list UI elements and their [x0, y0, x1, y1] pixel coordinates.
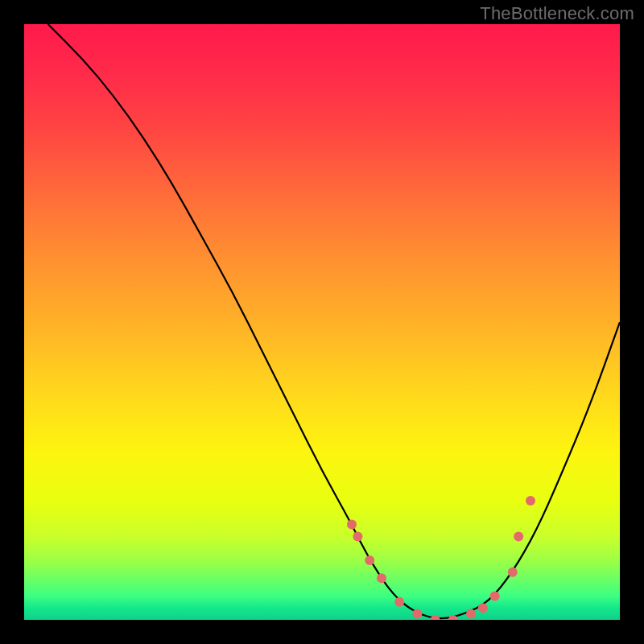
marker-point [377, 573, 386, 583]
marker-point [526, 496, 535, 506]
marker-point [466, 609, 476, 619]
marker-point [412, 609, 422, 619]
watermark-text: TheBottleneck.com [480, 3, 634, 24]
marker-point [353, 531, 362, 541]
marker-point [490, 591, 500, 601]
marker-point [431, 615, 440, 620]
highlight-markers [347, 496, 535, 620]
marker-point [394, 597, 404, 607]
chart-svg [24, 24, 620, 620]
chart-container: TheBottleneck.com [0, 0, 644, 644]
plot-area [24, 24, 620, 620]
marker-point [514, 531, 523, 541]
marker-point [478, 603, 488, 613]
marker-point [347, 520, 357, 530]
marker-point [508, 568, 518, 577]
bottleneck-curve-path [48, 24, 620, 618]
marker-point [365, 555, 374, 565]
